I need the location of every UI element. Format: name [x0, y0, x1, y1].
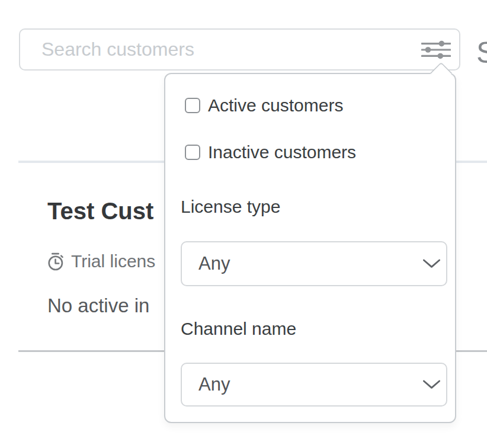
checkbox-label: Active customers — [208, 95, 343, 116]
chevron-down-icon — [422, 380, 441, 390]
customer-status-text: No active in — [47, 295, 149, 317]
stopwatch-icon — [46, 252, 66, 271]
edge-sort-text[interactable]: S — [476, 36, 487, 70]
channel-name-select[interactable]: Any — [181, 363, 447, 407]
search-bar — [19, 28, 460, 71]
search-input[interactable] — [20, 30, 419, 69]
chevron-down-icon — [422, 259, 441, 269]
inactive-customers-checkbox[interactable] — [185, 145, 200, 160]
active-customers-checkbox[interactable] — [185, 98, 200, 113]
checkbox-row-active-customers[interactable]: Active customers — [185, 95, 343, 116]
select-value: Any — [182, 374, 230, 395]
license-text: Trial licens — [71, 251, 155, 271]
filter-popover: Active customers Inactive customers Lice… — [164, 73, 456, 423]
license-type-select[interactable]: Any — [181, 241, 447, 286]
checkbox-row-inactive-customers[interactable]: Inactive customers — [185, 142, 356, 162]
license-type-label: License type — [181, 197, 280, 217]
sliders-icon — [421, 40, 451, 59]
customer-title: Test Cust — [47, 198, 153, 225]
filter-button[interactable] — [419, 36, 453, 64]
license-row: Trial licens — [46, 251, 155, 271]
checkbox-label: Inactive customers — [208, 142, 356, 162]
select-value: Any — [182, 253, 230, 274]
channel-name-label: Channel name — [181, 319, 296, 339]
